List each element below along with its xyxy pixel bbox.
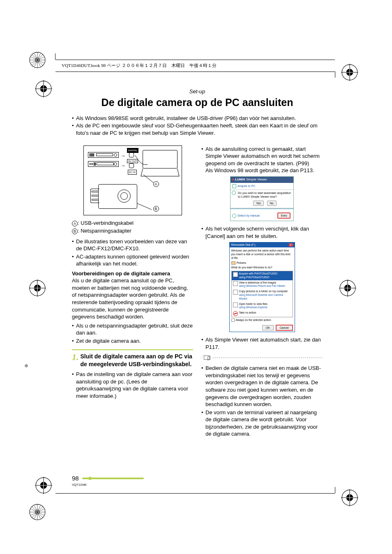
- win-cancel-button: Cancel: [276, 325, 293, 331]
- callout-a: A: [153, 181, 159, 187]
- registration-mark-icon: [341, 489, 358, 506]
- registration-mark-icon: [35, 477, 52, 494]
- label-digital: DIGITAL: [127, 148, 139, 153]
- close-icon: ×: [289, 243, 293, 247]
- prep-heading: Voorbereidingen op de digitale camera: [72, 270, 193, 277]
- registration-mark-icon: [339, 279, 356, 297]
- bullet-text: Als de aansluiting correct is gemaakt, s…: [205, 146, 320, 166]
- crop-rule-bottom: [55, 493, 335, 494]
- registration-mark-icon: [341, 64, 358, 81]
- simple-viewer-screenshot: ■ LUMIX Simple Viewer Acquire to PC Do y…: [230, 176, 294, 222]
- legend-a-text: : USB-verbindingskabel: [78, 220, 134, 226]
- crop-rule-top2: [55, 72, 335, 72]
- connection-diagram: → → DIGITAL AV OUT DC IN A B: [83, 145, 182, 215]
- label-dcin: DC IN: [128, 170, 137, 175]
- right-column: Als de aansluiting correct is gemaakt, s…: [201, 145, 323, 439]
- win-item1-sub: using PHOTOfunSTUDIO: [239, 276, 270, 279]
- page-number: 98: [72, 475, 79, 482]
- step-divider: [72, 349, 193, 350]
- sv-question: Do you wish to start automatic acquisiti…: [238, 192, 291, 198]
- list-item: Bedien de digitale camera niet en maak d…: [201, 365, 323, 408]
- registration-mark-icon: [29, 503, 46, 521]
- registration-mark-icon: [29, 51, 46, 69]
- intro-item: Als de PC een ingebouwde sleuf voor SD-G…: [72, 122, 323, 137]
- step-bullets: Pas de instelling van de digitale camera…: [72, 371, 193, 399]
- list-item: Pas de instelling van de digitale camera…: [72, 371, 193, 399]
- list-item: De vorm van de terminal varieert al naar…: [201, 409, 323, 438]
- list-item: Als Simple Viewer niet automatisch start…: [201, 336, 323, 351]
- win-item4: Open folder to view files: [239, 302, 267, 305]
- page-number-decoration: [82, 478, 144, 479]
- win-item4-sub: using Windows Explorer: [239, 306, 268, 309]
- page-content: Set-up De digitale camera op de PC aansl…: [72, 88, 323, 439]
- prep-paragraph: Als u de digitale camera aansluit op de …: [72, 277, 193, 320]
- note-divider: ⋰: [201, 355, 323, 360]
- windows-autoplay-screenshot: Removable Disk (F:)× Windows can perform…: [229, 242, 295, 332]
- win-title: Removable Disk (F:): [231, 243, 256, 247]
- list-item: Als u de netspanningsadapter gebruikt, s…: [72, 322, 193, 337]
- legend-b-text: : Netspanningsadapter: [78, 228, 131, 234]
- sv-no-button: No: [267, 201, 277, 206]
- left-bullets-2: Als u de netspanningsadapter gebruikt, s…: [72, 322, 193, 345]
- list-item: AC-adapters kunnen optioneel geleverd wo…: [72, 253, 193, 268]
- registration-mark-icon: [35, 80, 52, 97]
- intro-item: Als Windows 98/98SE wordt gebruikt, inst…: [72, 115, 323, 122]
- win-item3-sub: using Microsoft Scanner and Camera Wizar…: [239, 293, 283, 300]
- sv-exec-button: Exec: [277, 212, 291, 219]
- list-item: De illustraties tonen voorbeelden van de…: [72, 238, 193, 252]
- crop-rule-top: [55, 60, 335, 60]
- sv-acquire: Acquire to PC: [238, 185, 255, 187]
- step-number: 1.: [72, 353, 79, 362]
- list-item: Als de aansluiting correct is gemaakt, s…: [201, 145, 323, 174]
- section-label: Set-up: [72, 88, 323, 95]
- doc-code: VQT1D46: [72, 483, 87, 487]
- win-item1: Acquire with PHOTOfunSTUDIO: [239, 272, 278, 275]
- registration-mark-icon: [25, 362, 28, 365]
- sv-select-manual: Select by manual: [238, 214, 260, 217]
- sv-yes-button: Yes: [253, 201, 263, 206]
- win-item2-sub: using Windows Picture and Fax Viewer: [239, 284, 286, 287]
- intro-list: Als Windows 98/98SE wordt gebruikt, inst…: [72, 115, 323, 137]
- note-bullets: Bedien de digitale camera niet en maak d…: [201, 365, 323, 437]
- bullet-cont: Als Windows 98 wordt gebruikt, zie dan P…: [205, 167, 314, 173]
- left-column: → → DIGITAL AV OUT DC IN A B: [72, 145, 193, 439]
- registration-mark-icon: [29, 279, 46, 297]
- win-item5: Take no action: [239, 311, 256, 314]
- sv-title-rest: Simple Viewer: [245, 178, 267, 181]
- legend-a-icon: A: [72, 221, 78, 226]
- win-always-checkbox: Always do the selected action.: [236, 319, 272, 321]
- win-item2: View a slideshow of the images: [239, 281, 277, 284]
- diagram-legend: A: USB-verbindingskabel B: Netspanningsa…: [72, 219, 193, 235]
- win-item3: Copy pictures to a folder on my computer: [239, 290, 288, 293]
- left-bullets-1: De illustraties tonen voorbeelden van de…: [72, 238, 193, 268]
- label-avout: AV OUT: [127, 159, 138, 163]
- step-title: Sluit de digitale camera aan op de PC vi…: [81, 353, 194, 368]
- legend-b-icon: B: [72, 229, 78, 234]
- win-ok-button: OK: [262, 325, 274, 330]
- callout-b: B: [153, 206, 159, 212]
- page-title: De digitale camera op de PC aansluiten: [72, 97, 323, 108]
- sv-title-lumix: LUMIX: [235, 178, 245, 181]
- win-pictures-label: Pictures: [237, 261, 246, 264]
- list-item: Als het volgende scherm verschijnt, klik…: [201, 225, 323, 240]
- win-intro: Windows can perform the same action each…: [231, 249, 293, 260]
- list-item: Zet de digitale camera aan.: [72, 337, 193, 345]
- note-icon: ⋰: [201, 355, 210, 360]
- book-header-line: VQT1D46DUT.book 98 ページ ２００６年１２月７日 木曜日 午後…: [62, 62, 217, 69]
- win-prompt: What do you want Windows to do?: [231, 266, 293, 270]
